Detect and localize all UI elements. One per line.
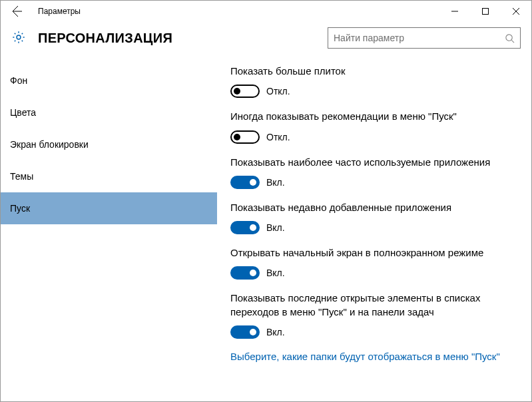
maximize-button[interactable] [470, 1, 501, 22]
toggle-row: Вкл. [230, 176, 514, 189]
toggle-jumplists[interactable] [230, 325, 260, 339]
toggle-suggestions[interactable] [230, 130, 260, 144]
toggle-state-label: Вкл. [266, 222, 285, 233]
window-controls [439, 1, 531, 22]
sidebar: Фон Цвета Экран блокировки Темы Пуск [1, 61, 217, 400]
toggle-more-tiles[interactable] [230, 85, 260, 98]
header: ПЕРСОНАЛИЗАЦИЯ [1, 22, 531, 61]
body: Фон Цвета Экран блокировки Темы Пуск Пок… [1, 61, 531, 400]
setting-suggestions: Иногда показывать рекомендации в меню "П… [230, 110, 514, 143]
toggle-recent-apps[interactable] [230, 221, 260, 234]
setting-label: Показывать последние открытые элементы в… [230, 292, 503, 319]
toggle-most-used[interactable] [230, 176, 260, 189]
sidebar-item-label: Темы [10, 171, 33, 182]
toggle-row: Вкл. [230, 221, 514, 234]
arrow-left-icon [11, 6, 22, 17]
toggle-row: Откл. [230, 130, 514, 144]
setting-label: Открывать начальный экран в полноэкранно… [230, 246, 503, 260]
toggle-state-label: Вкл. [266, 327, 285, 337]
toggle-knob [250, 179, 256, 186]
close-button[interactable] [501, 1, 531, 22]
toggle-state-label: Откл. [266, 86, 290, 97]
toggle-knob [234, 88, 240, 95]
sidebar-item-label: Фон [10, 75, 27, 86]
toggle-knob [250, 270, 256, 276]
toggle-knob [250, 224, 256, 231]
setting-more-tiles: Показать больше плиток Откл. [230, 65, 514, 98]
setting-label: Показывать наиболее часто используемые п… [230, 156, 503, 169]
toggle-state-label: Вкл. [266, 268, 285, 278]
toggle-knob [250, 329, 256, 335]
sidebar-item-background[interactable]: Фон [1, 65, 217, 97]
sidebar-item-start[interactable]: Пуск [1, 192, 217, 224]
toggle-state-label: Откл. [266, 132, 290, 142]
toggle-row: Вкл. [230, 266, 514, 280]
sidebar-item-label: Цвета [10, 107, 36, 118]
setting-recent-apps: Показывать недавно добавленные приложени… [230, 201, 514, 234]
svg-point-1 [17, 35, 21, 39]
setting-label: Иногда показывать рекомендации в меню "П… [230, 110, 503, 123]
gear-icon [11, 30, 26, 47]
search-input[interactable] [334, 33, 505, 43]
window-title: Параметры [33, 7, 439, 16]
setting-jumplists: Показывать последние открытые элементы в… [230, 292, 514, 339]
sidebar-item-label: Пуск [10, 203, 30, 214]
titlebar: Параметры [1, 1, 531, 22]
minimize-button[interactable] [439, 1, 470, 22]
toggle-knob [234, 134, 240, 140]
choose-folders-link[interactable]: Выберите, какие папки будут отображаться… [230, 351, 514, 362]
maximize-icon [482, 8, 489, 15]
content-pane[interactable]: Показать больше плиток Откл. Иногда пока… [217, 61, 531, 400]
toggle-state-label: Вкл. [266, 177, 285, 188]
toggle-row: Откл. [230, 85, 514, 98]
setting-label: Показывать недавно добавленные приложени… [230, 201, 503, 214]
sidebar-item-colors[interactable]: Цвета [1, 97, 217, 128]
search-box[interactable] [328, 27, 521, 49]
sidebar-item-themes[interactable]: Темы [1, 160, 217, 192]
toggle-fullscreen[interactable] [230, 266, 260, 280]
setting-label: Показать больше плиток [230, 65, 503, 78]
close-icon [513, 8, 519, 15]
search-icon[interactable] [505, 33, 515, 43]
sidebar-item-lockscreen[interactable]: Экран блокировки [1, 128, 217, 160]
svg-rect-0 [483, 9, 489, 15]
sidebar-item-label: Экран блокировки [10, 139, 89, 150]
setting-most-used: Показывать наиболее часто используемые п… [230, 156, 514, 189]
svg-point-2 [506, 34, 512, 40]
back-button[interactable] [1, 1, 33, 22]
minimize-icon [451, 8, 458, 15]
setting-fullscreen: Открывать начальный экран в полноэкранно… [230, 246, 514, 280]
toggle-row: Вкл. [230, 325, 514, 339]
page-title: ПЕРСОНАЛИЗАЦИЯ [38, 31, 328, 46]
